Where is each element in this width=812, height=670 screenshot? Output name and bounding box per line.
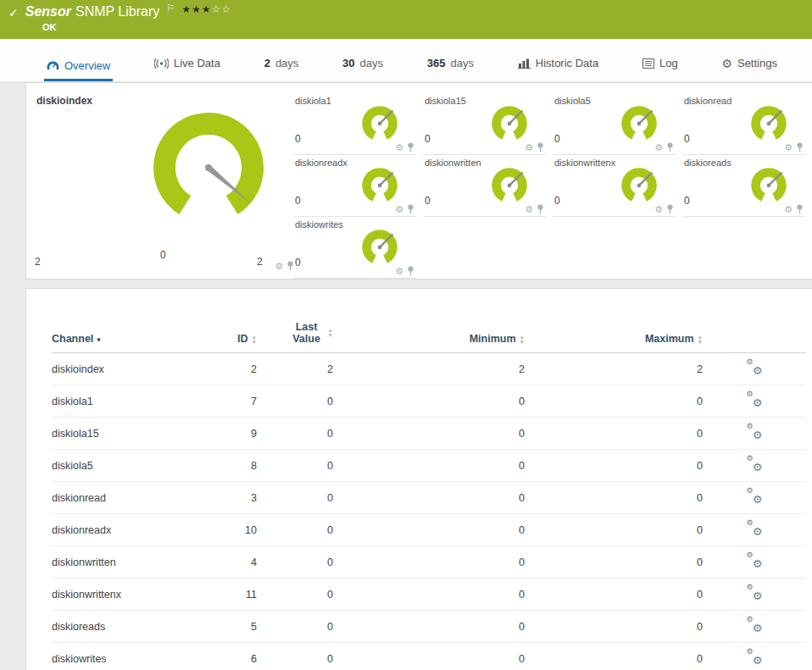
gauge-settings-icon[interactable]: ⚙: [784, 205, 793, 214]
tab-label: Historic Data: [536, 57, 598, 69]
channel-name: diskiola1: [52, 385, 192, 418]
sensor-name-label: SNMP Library: [75, 4, 159, 19]
gauge-pin-icon[interactable]: [666, 142, 674, 152]
gauge-title: diskioreads: [684, 158, 731, 168]
table-row: diskiola1 7 0 0 0 ⚙⚙: [52, 385, 806, 418]
gauge-pin-icon[interactable]: [407, 266, 414, 276]
gauge-settings-icon[interactable]: ⚙: [525, 143, 533, 152]
channel-settings-icon[interactable]: ⚙⚙: [747, 651, 763, 664]
column-header-id[interactable]: ID▲▼: [192, 318, 257, 353]
tab-historic-data[interactable]: Historic Data: [515, 57, 601, 81]
tab-overview[interactable]: Overview: [44, 59, 113, 81]
channel-table: Channel▾ ID▲▼ LastValue▲▼ Minimum▲▼ Maxi…: [52, 318, 806, 670]
column-header-last-value[interactable]: LastValue▲▼: [257, 318, 333, 353]
channel-minimum: 0: [333, 611, 525, 643]
gauge-title: diskiola1: [295, 96, 331, 106]
channel-settings-icon[interactable]: ⚙⚙: [747, 490, 763, 503]
channel-settings-icon[interactable]: ⚙⚙: [747, 586, 763, 600]
gauge-settings-icon[interactable]: ⚙: [275, 262, 283, 271]
tab-bar: Overview Live Data 2 days 30 days 365 da…: [0, 39, 812, 82]
channel-minimum: 0: [333, 385, 525, 418]
gauge-pin-icon[interactable]: [796, 204, 804, 214]
gauge-tile-diskionread: diskionread 0 ⚙: [682, 93, 805, 155]
stars-filled[interactable]: ★★★: [181, 3, 211, 15]
channel-minimum: 0: [333, 482, 525, 514]
channel-id: 8: [192, 450, 257, 482]
channel-settings-icon[interactable]: ⚙⚙: [747, 554, 763, 568]
channel-id: 3: [192, 482, 257, 514]
channel-last-value: 0: [257, 579, 333, 611]
gauge-title: diskiowrites: [295, 219, 343, 230]
channel-maximum: 0: [525, 546, 703, 579]
live-data-icon: [154, 58, 169, 69]
gauge-settings-icon[interactable]: ⚙: [525, 205, 533, 214]
settings-icon: ⚙: [721, 58, 732, 69]
channel-settings-icon[interactable]: ⚙⚙: [747, 361, 763, 374]
channel-settings-icon[interactable]: ⚙⚙: [747, 393, 763, 407]
gauge-value: 0: [295, 257, 301, 269]
gauge-settings-icon[interactable]: ⚙: [654, 205, 663, 214]
historic-data-icon: [518, 58, 531, 69]
channel-name: diskionwritten: [52, 546, 192, 579]
channel-settings-icon[interactable]: ⚙⚙: [747, 522, 763, 535]
gauge-value: 0: [684, 133, 690, 145]
gauge-pin-icon[interactable]: [796, 142, 804, 152]
channel-minimum: 0: [333, 514, 525, 546]
gauge-pin-icon[interactable]: [537, 142, 544, 152]
priority-stars[interactable]: ★★★☆☆: [181, 3, 231, 15]
gauge-value: 0: [295, 195, 301, 207]
tab-label: Log: [659, 57, 678, 69]
gauge-title: diskionwrittenx: [554, 158, 615, 168]
channel-maximum: 2: [525, 353, 703, 385]
channel-maximum: 0: [525, 579, 703, 611]
gauge-value: 0: [684, 195, 690, 207]
gauge-settings-icon[interactable]: ⚙: [784, 143, 793, 152]
tab-number: 365: [427, 57, 446, 69]
channel-name: diskioindex: [52, 353, 192, 385]
channel-maximum: 0: [525, 482, 703, 514]
tab-settings[interactable]: ⚙ Settings: [719, 57, 780, 81]
gauge-settings-icon[interactable]: ⚙: [395, 205, 403, 214]
channel-name: diskionwrittenx: [52, 579, 192, 611]
gauge-tile-diskiola5: diskiola5 0 ⚙: [553, 93, 676, 155]
gauge-pin-icon[interactable]: [537, 204, 544, 214]
gauge-settings-icon[interactable]: ⚙: [395, 267, 403, 276]
tab-log[interactable]: Log: [640, 57, 681, 81]
channel-id: 6: [192, 643, 257, 670]
small-gauge-dial: [744, 99, 793, 145]
gauge-tile-diskiola15: diskiola15 0 ⚙: [423, 93, 546, 155]
channel-settings-icon[interactable]: ⚙⚙: [747, 425, 763, 439]
priority-flag-icon[interactable]: ⚐: [166, 3, 175, 14]
sensor-kind-label: Sensor: [25, 4, 71, 19]
tab-30-days[interactable]: 30 days: [340, 57, 386, 81]
status-check-icon: ✓: [8, 6, 19, 19]
gauge-settings-icon[interactable]: ⚙: [395, 143, 403, 152]
tab-live-data[interactable]: Live Data: [152, 57, 223, 81]
gauge-scale-center: 0: [160, 249, 166, 261]
gauge-title: diskiola15: [425, 96, 466, 106]
gauge-pin-icon[interactable]: [666, 204, 674, 214]
channel-last-value: 0: [257, 546, 333, 579]
tab-label: days: [451, 57, 474, 69]
tab-2-days[interactable]: 2 days: [262, 57, 302, 81]
table-row: diskiola5 8 0 0 0 ⚙⚙: [52, 450, 806, 482]
gauge-pin-icon[interactable]: [407, 142, 414, 152]
column-header-maximum[interactable]: Maximum▲▼: [525, 318, 703, 353]
column-header-minimum[interactable]: Minimum▲▼: [333, 318, 525, 353]
small-gauge-dial: [485, 99, 534, 145]
overview-icon: [47, 60, 59, 71]
gauge-tile-diskionwrittenx: diskionwrittenx 0 ⚙: [553, 155, 676, 217]
gauge-value: 0: [425, 195, 431, 207]
gauge-pin-icon[interactable]: [407, 204, 414, 214]
gauge-settings-icon[interactable]: ⚙: [654, 143, 663, 152]
channel-settings-icon[interactable]: ⚙⚙: [747, 618, 763, 632]
channel-settings-icon[interactable]: ⚙⚙: [747, 457, 763, 471]
table-row: diskionwritten 4 0 0 0 ⚙⚙: [52, 546, 806, 579]
tab-365-days[interactable]: 365 days: [425, 57, 476, 81]
channel-id: 9: [192, 418, 257, 450]
column-header-channel[interactable]: Channel▾: [52, 318, 192, 353]
stars-empty[interactable]: ☆☆: [211, 3, 231, 15]
gauge-tile-diskionwritten: diskionwritten 0 ⚙: [423, 155, 546, 217]
channel-last-value: 0: [257, 450, 333, 482]
table-row: diskiola15 9 0 0 0 ⚙⚙: [52, 418, 806, 450]
